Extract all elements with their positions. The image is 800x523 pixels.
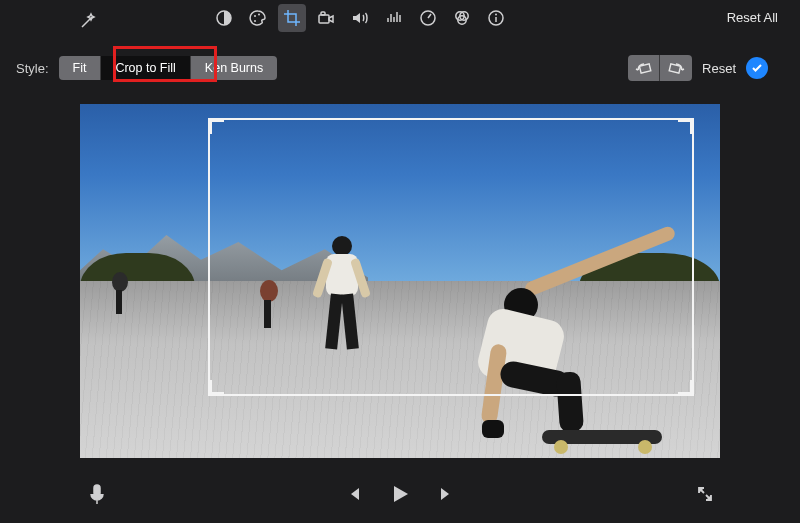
reset-all-button[interactable]: Reset All (727, 10, 778, 25)
color-balance-icon[interactable] (210, 4, 238, 32)
info-icon[interactable] (482, 4, 510, 32)
color-palette-icon[interactable] (244, 4, 272, 32)
crop-handle-top-left[interactable] (208, 118, 224, 134)
crop-style-row: Style: Fit Crop to Fill Ken Burns Reset (16, 50, 784, 86)
play-button[interactable] (388, 482, 412, 510)
color-filter-icon[interactable] (448, 4, 476, 32)
rotate-cw-button[interactable] (660, 55, 692, 81)
previous-frame-button[interactable] (344, 485, 362, 507)
style-option-crop-to-fill[interactable]: Crop to Fill (101, 56, 190, 81)
crop-icon[interactable] (278, 4, 306, 32)
fullscreen-icon[interactable] (696, 485, 714, 507)
crop-handle-bottom-right[interactable] (678, 380, 694, 396)
voiceover-mic-icon[interactable] (88, 483, 106, 509)
svg-point-11 (495, 14, 497, 16)
crop-handle-bottom-left[interactable] (208, 380, 224, 396)
video-preview[interactable] (80, 104, 720, 458)
style-option-fit[interactable]: Fit (59, 56, 102, 81)
next-frame-button[interactable] (438, 485, 456, 507)
style-option-ken-burns[interactable]: Ken Burns (191, 56, 277, 81)
svg-point-1 (254, 15, 256, 17)
svg-rect-5 (321, 12, 325, 15)
crop-rectangle[interactable] (208, 118, 694, 396)
svg-point-2 (258, 14, 260, 16)
svg-point-3 (254, 20, 256, 22)
speed-dial-icon[interactable] (414, 4, 442, 32)
svg-rect-4 (319, 15, 329, 23)
crop-handle-top-right[interactable] (678, 118, 694, 134)
equalizer-icon[interactable] (380, 4, 408, 32)
preview-skater (102, 264, 142, 324)
reset-button[interactable]: Reset (702, 61, 736, 76)
magic-wand-icon[interactable] (74, 7, 102, 35)
camera-icon[interactable] (312, 4, 340, 32)
apply-checkmark-button[interactable] (746, 57, 768, 79)
rotate-ccw-button[interactable] (628, 55, 660, 81)
top-toolbar: Reset All (0, 0, 800, 38)
playback-controls (0, 476, 800, 516)
volume-icon[interactable] (346, 4, 374, 32)
style-label: Style: (16, 61, 49, 76)
style-segmented-control: Fit Crop to Fill Ken Burns (59, 56, 278, 81)
rotate-segmented-control (628, 55, 692, 81)
